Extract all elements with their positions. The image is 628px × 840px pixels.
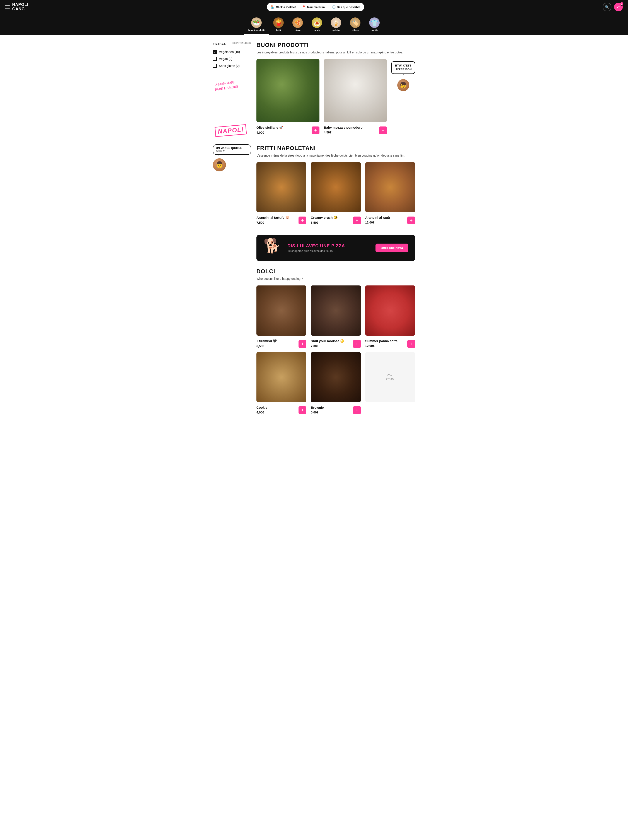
product-image-tartufo bbox=[256, 162, 306, 212]
btw-speech-bubble: BTW, C'EST HYPER BON bbox=[391, 61, 415, 74]
add-tartufo-button[interactable]: + bbox=[298, 216, 306, 224]
add-cookie-button[interactable]: + bbox=[298, 406, 306, 414]
filter-checkbox-vegetarien[interactable] bbox=[213, 50, 217, 54]
location-icon: 📍 bbox=[302, 5, 306, 9]
nav-cat-buoni[interactable]: 🥗 Buoni prodotti bbox=[244, 16, 269, 35]
promo-dog-icon: 🐕 bbox=[264, 238, 283, 254]
dolci-products-grid: Il tiramisù 🖤 6,50€ + Shut your mousse 😳… bbox=[256, 286, 415, 414]
section-fritti: FRITTI NAPOLETANI L'essence même de la s… bbox=[256, 145, 415, 224]
click-collect-pill[interactable]: 🏪 Click & Collect bbox=[268, 4, 299, 10]
product-image-creamy bbox=[311, 162, 361, 212]
nav-cat-fritti[interactable]: 🍟 Fritti bbox=[269, 16, 288, 35]
cat-icon-pizze: 🍕 bbox=[292, 17, 303, 28]
filter-checkbox-sansgluten[interactable] bbox=[213, 64, 217, 68]
product-price-creamy: 6,50€ bbox=[311, 221, 338, 224]
main-content: BUONI PRODOTTI Les incroyables produits … bbox=[256, 42, 415, 425]
cat-icon-fritti: 🍟 bbox=[273, 17, 284, 28]
section-buoni: BUONI PRODOTTI Les incroyables produits … bbox=[256, 42, 415, 134]
fritti-products-grid: Arancini al tartufo 🐷 7,50€ + Creamy cru… bbox=[256, 162, 415, 224]
clock-icon: 🕐 bbox=[332, 5, 336, 9]
add-mousse-button[interactable]: + bbox=[353, 340, 361, 348]
product-card-brownie: Brownie 5,00€ + bbox=[311, 352, 361, 414]
product-card-mousse: Shut your mousse 😳 7,00€ + bbox=[311, 286, 361, 347]
section-desc-dolci: Who doesn't like a happy ending ? bbox=[256, 276, 415, 281]
product-footer-ragu: Arancini al ragù 12,00€ + bbox=[365, 213, 415, 224]
product-footer-mozza: Baby mozza e pomodoro 4,50€ + bbox=[324, 123, 387, 134]
add-ragu-button[interactable]: + bbox=[407, 216, 415, 224]
product-name-ragu: Arancini al ragù bbox=[365, 216, 390, 219]
product-name-tartufo: Arancini al tartufo 🐷 bbox=[256, 216, 290, 219]
deco-mangiare: ✳ MANGIARE FARE L'AMORE bbox=[215, 81, 251, 91]
product-image-ragu bbox=[365, 162, 415, 212]
product-card-mozza: Baby mozza e pomodoro 4,50€ + bbox=[324, 59, 387, 134]
product-name-cookie: Cookie bbox=[256, 406, 267, 409]
filter-sansgluten[interactable]: Sans gluten (2) bbox=[213, 64, 251, 68]
cat-icon-pasta: 🍝 bbox=[312, 17, 322, 28]
product-footer-mousse: Shut your mousse 😳 7,00€ + bbox=[311, 337, 361, 348]
cat-icon-outfits: 👕 bbox=[369, 17, 380, 28]
deco-bubble-area: ON MANGE QUOI CE SOIR ? 👨 bbox=[213, 144, 251, 171]
header-right: 🔍 🛍 1 bbox=[603, 3, 623, 11]
add-olive-button[interactable]: + bbox=[312, 126, 319, 134]
cart-button[interactable]: 🛍 1 bbox=[614, 3, 623, 11]
filters-list: Végétarien (10) Végan (2) Sans gluten (2… bbox=[213, 50, 251, 68]
section-title-dolci: DOLCI bbox=[256, 268, 415, 275]
btw-deco-area: BTW, C'EST HYPER BON 👦 bbox=[391, 59, 415, 91]
main-layout: RÉINITIALISER FILTRES Végétarien (10) Vé… bbox=[209, 35, 419, 431]
filter-vegan[interactable]: Végan (2) bbox=[213, 57, 251, 61]
time-pill[interactable]: 🕐 Dès que possible bbox=[328, 4, 363, 10]
product-name-olive: Olive siciliane 🚀 bbox=[256, 126, 283, 129]
product-name-brownie: Brownie bbox=[311, 406, 323, 409]
nav-cat-offres[interactable]: 🏷️ Offres bbox=[346, 16, 365, 35]
product-card-tiramisu: Il tiramisù 🖤 6,50€ + bbox=[256, 286, 306, 347]
search-button[interactable]: 🔍 bbox=[603, 3, 611, 11]
location-pill[interactable]: 📍 Mamma Primi bbox=[299, 4, 328, 10]
section-desc-fritti: L'essence même de la street-food à la na… bbox=[256, 153, 415, 158]
product-price-mozza: 4,50€ bbox=[324, 131, 363, 134]
add-panna-button[interactable]: + bbox=[407, 340, 415, 348]
chef-face: 👨 bbox=[213, 158, 226, 171]
product-card-deco: C'estsympa bbox=[365, 352, 415, 414]
product-card-creamy: Creamy crush 😳 6,50€ + bbox=[311, 162, 361, 224]
product-image-cookie bbox=[256, 352, 306, 402]
filter-checkbox-vegan[interactable] bbox=[213, 57, 217, 61]
product-card-panna: Summer panna cotta 12,00€ + bbox=[365, 286, 415, 347]
header-pills: 🏪 Click & Collect 📍 Mamma Primi 🕐 Dès qu… bbox=[267, 3, 364, 11]
promo-subtitle: Tu choperas plus qu'avec des fleurs bbox=[287, 249, 376, 253]
add-mozza-button[interactable]: + bbox=[379, 126, 387, 134]
product-image-brownie bbox=[311, 352, 361, 402]
filter-vegetarien[interactable]: Végétarien (10) bbox=[213, 50, 251, 54]
product-image-mozza bbox=[324, 59, 387, 122]
reset-filters-button[interactable]: RÉINITIALISER bbox=[232, 42, 251, 44]
product-price-olive: 4,00€ bbox=[256, 131, 283, 134]
product-footer-panna: Summer panna cotta 12,00€ + bbox=[365, 337, 415, 347]
product-price-panna: 12,00€ bbox=[365, 344, 398, 347]
product-card-arancini-tartufo: Arancini al tartufo 🐷 7,50€ + bbox=[256, 162, 306, 224]
product-name-creamy: Creamy crush 😳 bbox=[311, 216, 338, 219]
add-creamy-button[interactable]: + bbox=[353, 216, 361, 224]
product-price-tiramisu: 6,50€ bbox=[256, 344, 277, 348]
promo-banner: 🐕 DIS-LUI AVEC UNE PIZZA Tu choperas plu… bbox=[256, 235, 415, 261]
cat-icon-buoni: 🥗 bbox=[251, 17, 262, 28]
add-tiramisu-button[interactable]: + bbox=[298, 340, 306, 348]
cat-icon-offres: 🏷️ bbox=[350, 17, 360, 28]
add-brownie-button[interactable]: + bbox=[353, 406, 361, 414]
product-footer-creamy: Creamy crush 😳 6,50€ + bbox=[311, 213, 361, 224]
section-title-fritti: FRITTI NAPOLETANI bbox=[256, 145, 415, 152]
promo-button[interactable]: Offrir une pizza bbox=[376, 243, 408, 252]
product-card-olive: Olive siciliane 🚀 4,00€ + bbox=[256, 59, 319, 134]
product-image-olive bbox=[256, 59, 319, 122]
product-footer-brownie: Brownie 5,00€ + bbox=[311, 403, 361, 414]
nav-cat-gelato[interactable]: 🍦 Gelato bbox=[327, 16, 346, 35]
nav-cat-outfits[interactable]: 👕 Outfits bbox=[365, 16, 384, 35]
header-left: NAPOLI GANG bbox=[5, 3, 28, 11]
section-title-buoni: BUONI PRODOTTI bbox=[256, 42, 415, 48]
logo: NAPOLI GANG bbox=[12, 3, 28, 11]
product-card-cookie: Cookie 4,00€ + bbox=[256, 352, 306, 414]
speech-bubble: ON MANGE QUOI CE SOIR ? bbox=[213, 144, 251, 155]
product-image-tiramisu bbox=[256, 286, 306, 335]
hamburger-menu[interactable] bbox=[5, 5, 9, 8]
header: NAPOLI GANG 🏪 Click & Collect 📍 Mamma Pr… bbox=[0, 0, 628, 14]
nav-cat-pizze[interactable]: 🍕 Pizze bbox=[288, 16, 307, 35]
nav-cat-pasta[interactable]: 🍝 Pasta bbox=[307, 16, 327, 35]
